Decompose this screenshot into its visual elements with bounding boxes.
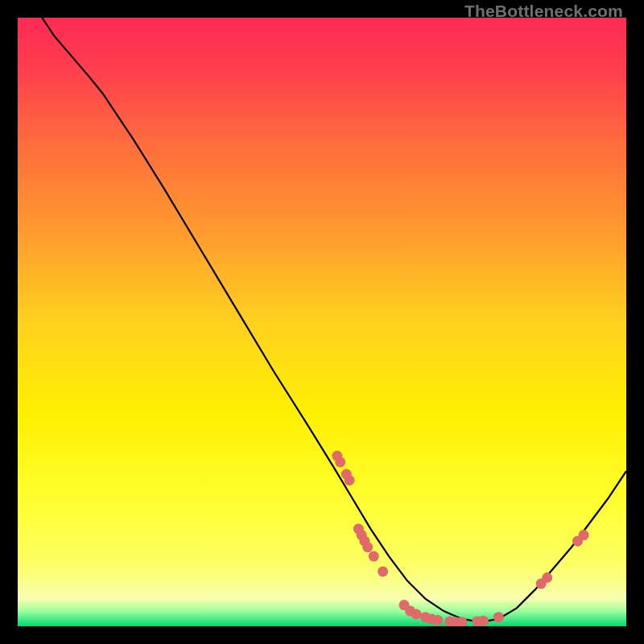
scatter-point: [345, 475, 355, 485]
scatter-point: [432, 615, 443, 625]
gradient-background: [18, 18, 626, 626]
scatter-point: [579, 530, 589, 540]
scatter-point: [335, 456, 345, 467]
scatter-point: [542, 572, 552, 583]
scatter-point: [369, 551, 379, 562]
watermark-text: TheBottleneck.com: [464, 2, 623, 21]
chart-frame: [18, 18, 626, 626]
scatter-point: [362, 542, 373, 552]
scatter-point: [378, 566, 388, 576]
scatter-point: [411, 609, 422, 619]
chart-svg: [18, 18, 626, 626]
scatter-point: [478, 616, 489, 626]
scatter-point: [493, 612, 504, 622]
